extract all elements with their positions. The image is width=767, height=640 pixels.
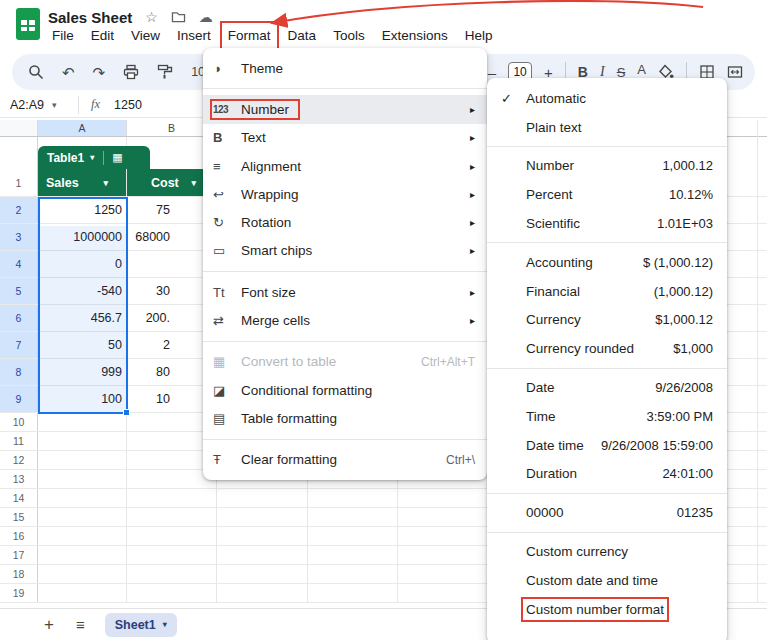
cell[interactable] <box>38 413 127 431</box>
number-menu-item-plain-text[interactable]: Plain text <box>487 113 727 142</box>
format-menu-item-rotation[interactable]: ↻ Rotation ▸ <box>203 208 487 236</box>
row-header-10[interactable]: 10 <box>0 413 38 431</box>
chevron-down-icon[interactable]: ▾ <box>103 178 108 188</box>
row-header-13[interactable]: 13 <box>0 470 38 488</box>
undo-icon[interactable]: ↶ <box>62 65 75 80</box>
fill-handle[interactable] <box>123 409 130 416</box>
number-menu-item-percent[interactable]: Percent 10.12% <box>487 180 727 209</box>
cell[interactable] <box>38 489 127 507</box>
cell[interactable] <box>127 527 217 545</box>
format-menu-item-merge-cells[interactable]: ⇄ Merge cells ▸ <box>203 306 487 334</box>
number-menu-item-custom-currency[interactable]: Custom currency <box>487 537 727 566</box>
row-header-15[interactable]: 15 <box>0 508 38 526</box>
row-header-4[interactable]: 4 <box>0 251 38 277</box>
row-header-17[interactable]: 17 <box>0 546 38 564</box>
menu-data[interactable]: Data <box>286 27 319 44</box>
cell[interactable] <box>38 432 127 450</box>
menu-format[interactable]: Format <box>226 27 273 44</box>
row-header-2[interactable]: 2 <box>0 197 38 223</box>
table-grid-icon[interactable]: ▦ <box>112 151 122 164</box>
merge-cells-icon[interactable] <box>727 64 743 80</box>
format-menu-item-wrapping[interactable]: ↩ Wrapping ▸ <box>203 180 487 208</box>
menu-insert[interactable]: Insert <box>175 27 213 44</box>
bold-button[interactable]: B <box>578 65 588 79</box>
cell[interactable] <box>127 584 217 602</box>
row-header-16[interactable]: 16 <box>0 527 38 545</box>
number-menu-item-duration[interactable]: Duration 24:01:00 <box>487 460 727 489</box>
menu-extensions[interactable]: Extensions <box>380 27 450 44</box>
table-name[interactable]: Table1 <box>38 151 84 165</box>
menu-tools[interactable]: Tools <box>331 27 367 44</box>
format-menu-item-table-formatting[interactable]: ▤ Table formatting <box>203 404 487 432</box>
select-all-corner[interactable] <box>0 120 38 136</box>
table-chip[interactable]: Table1 ▾ ▦ <box>38 146 150 169</box>
document-title[interactable]: Sales Sheet <box>48 9 132 26</box>
search-icon[interactable] <box>28 64 44 80</box>
number-menu-item-accounting[interactable]: Accounting $ (1,000.12) <box>487 248 727 277</box>
menu-file[interactable]: File <box>50 27 76 44</box>
cell[interactable] <box>38 527 127 545</box>
row-header-18[interactable]: 18 <box>0 565 38 583</box>
number-menu-item-time[interactable]: Time 3:59:00 PM <box>487 402 727 431</box>
paint-format-icon[interactable] <box>157 64 173 80</box>
cell[interactable] <box>38 508 127 526</box>
number-menu-item-currency-rounded[interactable]: Currency rounded $1,000 <box>487 334 727 363</box>
number-menu-item-date[interactable]: Date 9/26/2008 <box>487 373 727 402</box>
row-header-1[interactable]: 1 <box>0 169 38 196</box>
number-menu-item-automatic[interactable]: ✓ Automatic <box>487 84 727 113</box>
format-menu-item-conditional-formatting[interactable]: ◪ Conditional formatting <box>203 376 487 404</box>
print-icon[interactable] <box>123 64 139 80</box>
chevron-down-icon[interactable]: ▾ <box>191 178 196 188</box>
star-icon[interactable]: ☆ <box>145 10 158 24</box>
number-menu-item-financial[interactable]: Financial (1,000.12) <box>487 277 727 306</box>
format-menu-item-theme[interactable]: ◑ Theme <box>203 54 487 82</box>
format-menu-item-number[interactable]: 123 Number ▸ <box>203 95 487 123</box>
italic-button[interactable]: I <box>600 65 605 79</box>
menu-view[interactable]: View <box>129 27 162 44</box>
cell[interactable] <box>127 489 217 507</box>
format-menu-item-clear-formatting[interactable]: Ŧ Clear formatting Ctrl+\ <box>203 446 487 474</box>
format-menu-item-text[interactable]: B Text ▸ <box>203 124 487 152</box>
format-menu-item-font-size[interactable]: Tt Font size ▸ <box>203 278 487 306</box>
row-header-6[interactable]: 6 <box>0 305 38 331</box>
format-menu-item-smart-chips[interactable]: ▭ Smart chips ▸ <box>203 237 487 265</box>
strikethrough-button[interactable]: S <box>617 66 626 79</box>
row-header-8[interactable]: 8 <box>0 359 38 385</box>
row-header-9[interactable]: 9 <box>0 386 38 412</box>
row-header-14[interactable]: 14 <box>0 489 38 507</box>
formula-input[interactable]: 1250 <box>114 98 142 112</box>
column-header-a[interactable]: A <box>38 120 127 136</box>
cell[interactable] <box>38 470 127 488</box>
format-menu-item-alignment[interactable]: ≡ Alignment ▸ <box>203 152 487 180</box>
number-menu-item-scientific[interactable]: Scientific 1.01E+03 <box>487 209 727 238</box>
number-menu-item-number[interactable]: Number 1,000.12 <box>487 152 727 181</box>
move-folder-icon[interactable] <box>171 10 186 25</box>
add-sheet-button[interactable]: + <box>44 615 54 635</box>
all-sheets-icon[interactable]: ≡ <box>76 616 85 633</box>
number-menu-item-custom-number-format[interactable]: Custom number format <box>487 595 727 624</box>
menu-edit[interactable]: Edit <box>89 27 116 44</box>
cloud-status-icon[interactable]: ☁ <box>199 10 213 24</box>
cell[interactable] <box>127 508 217 526</box>
number-menu-item-00000[interactable]: 00000 01235 <box>487 498 727 527</box>
number-menu-item-currency[interactable]: Currency $1,000.12 <box>487 306 727 335</box>
cell[interactable] <box>127 546 217 564</box>
name-box[interactable]: A2:A9 ▾ <box>0 98 78 112</box>
row-header-5[interactable]: 5 <box>0 278 38 304</box>
row-header-7[interactable]: 7 <box>0 332 38 358</box>
cell[interactable] <box>38 546 127 564</box>
menu-help[interactable]: Help <box>463 27 495 44</box>
number-menu-item-custom-date-and-time[interactable]: Custom date and time <box>487 566 727 595</box>
cell[interactable] <box>38 584 127 602</box>
cell[interactable] <box>38 451 127 469</box>
number-menu-item-date-time[interactable]: Date time 9/26/2008 15:59:00 <box>487 431 727 460</box>
table-header-sales[interactable]: Sales▾ <box>38 169 127 196</box>
row-header-19[interactable]: 19 <box>0 584 38 602</box>
row-header-12[interactable]: 12 <box>0 451 38 469</box>
cell[interactable] <box>38 565 127 583</box>
row-header-11[interactable]: 11 <box>0 432 38 450</box>
cell[interactable] <box>127 565 217 583</box>
row-header-3[interactable]: 3 <box>0 224 38 250</box>
redo-icon[interactable]: ↷ <box>93 65 106 80</box>
sheet-tab-active[interactable]: Sheet1 ▾ <box>105 613 177 637</box>
